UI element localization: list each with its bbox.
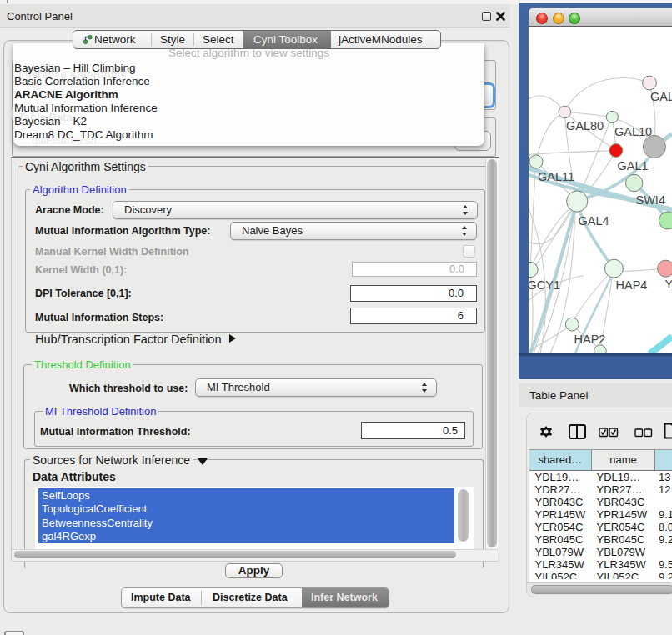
svg-text:GCY1: GCY1: [529, 278, 560, 291]
svg-text:Y: Y: [665, 278, 672, 291]
svg-text:GAL5: GAL5: [650, 89, 672, 102]
svg-text:GAL10: GAL10: [614, 124, 652, 138]
svg-text:GAL80: GAL80: [566, 119, 604, 132]
svg-text:HAP4: HAP4: [616, 278, 648, 291]
svg-text:HAP2: HAP2: [574, 332, 606, 346]
svg-text:GAL4: GAL4: [579, 213, 609, 227]
svg-text:SWI4: SWI4: [636, 192, 665, 206]
svg-text:GAL1: GAL1: [618, 158, 649, 172]
svg-text:GAL11: GAL11: [538, 170, 574, 183]
